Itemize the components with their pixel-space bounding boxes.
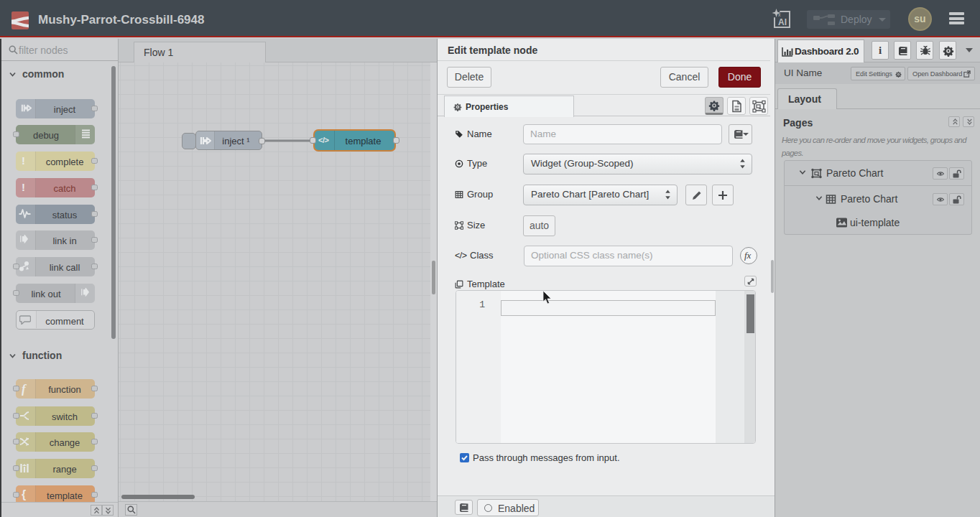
svg-text:x: x [778,12,781,17]
svg-text:AI: AI [778,17,787,27]
